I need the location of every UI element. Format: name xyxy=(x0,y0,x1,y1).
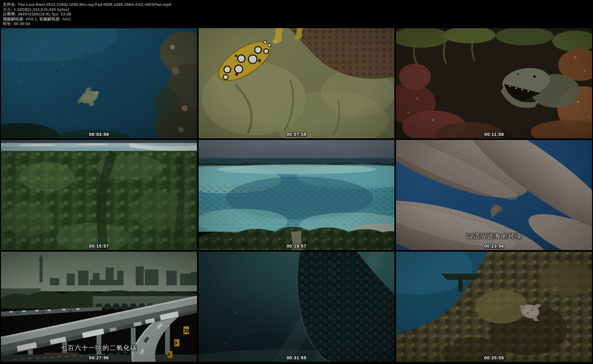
wreck-scene-image xyxy=(199,252,395,362)
duration-line: 时长: 00:39:54 xyxy=(3,21,590,26)
filename-line: 文件名: The.Last.Reef.2012.2160p.UHD.Blu-ra… xyxy=(3,2,590,7)
thumbnail-turtle-fish-school: 00:03:59 xyxy=(1,28,197,138)
timestamp-label: 00:19:57 xyxy=(199,243,395,249)
thumbnail-lagoon-aerial: 00:19:57 xyxy=(199,140,395,250)
subtitle-text: 七百六十一吨的二氧化碳 xyxy=(1,344,197,352)
timestamp-label: 00:31:55 xyxy=(199,355,395,360)
timestamp-label: 00:15:57 xyxy=(1,243,197,249)
timestamp-label: 00:11:58 xyxy=(396,132,592,137)
timestamp-label: 00:27:56 xyxy=(1,355,197,360)
media-info-header: 文件名: The.Last.Reef.2012.2160p.UHD.Blu-ra… xyxy=(0,0,593,26)
moray-eel-scene-image xyxy=(396,28,592,138)
resolution-line: 分辨率: 3840×2160(16:9), fps: 23.98 xyxy=(3,12,590,17)
timestamp-label: 00:35:55 xyxy=(396,355,592,360)
turtle-reef-scene-image xyxy=(1,28,197,138)
thumbnail-moray-eel: 00:11:58 xyxy=(396,28,592,138)
timestamp-label: 00:23:56 xyxy=(396,243,592,249)
chevron-signs xyxy=(168,326,189,358)
reef-slope-scene-image xyxy=(396,252,592,362)
thumbnail-dark-wreck: 00:31:55 xyxy=(199,252,395,362)
thumbnail-reef-turtle: 00:35:55 xyxy=(396,252,592,362)
thumbnail-highway-city: 七百六十一吨的二氧化碳 00:27:56 xyxy=(1,252,197,362)
timestamp-label: 00:03:59 xyxy=(1,132,197,137)
subtitle-text: 以适应远海的环境 xyxy=(396,232,592,240)
lagoon-scene-image xyxy=(199,140,395,250)
thumbnail-forest-aerial: 00:15:57 xyxy=(1,140,197,250)
thumbnail-nudibranch: 00:07:58 xyxy=(199,28,395,138)
video-contact-sheet: 文件名: The.Last.Reef.2012.2160p.UHD.Blu-ra… xyxy=(0,0,593,364)
timestamp-label: 00:07:58 xyxy=(199,132,395,137)
nudibranch-scene-image xyxy=(199,28,395,138)
filesize-line: 大小: 1.32GB(1,412,515,434 bytes) xyxy=(3,7,590,12)
thumbnail-grid: 00:03:59 xyxy=(0,28,593,362)
codec-line: 视频解码器: HVC1, 音频解码器: AAC xyxy=(3,17,590,22)
forest-scene-image xyxy=(1,140,197,250)
thumbnail-dolphins: 以适应远海的环境 00:23:56 xyxy=(396,140,592,250)
